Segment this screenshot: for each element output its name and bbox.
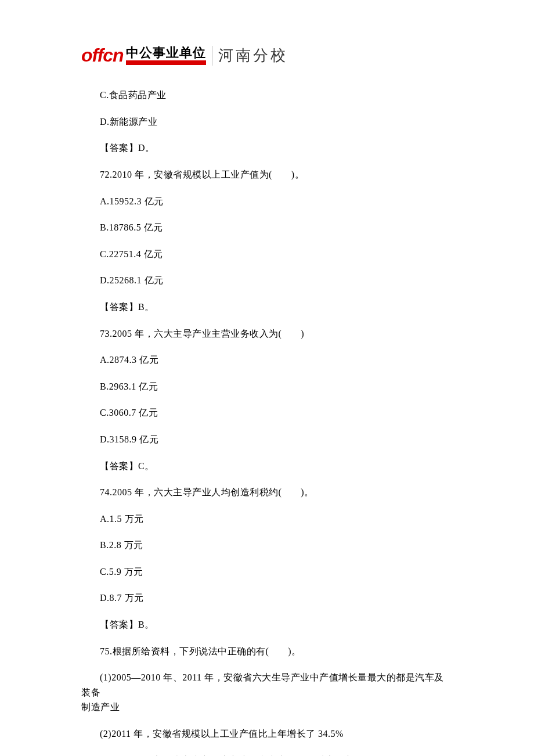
q72-option-b: B.18786.5 亿元 <box>81 220 453 235</box>
answer-71: 【答案】D。 <box>81 141 453 156</box>
q73-option-d: D.3158.9 亿元 <box>81 432 453 447</box>
logo-branch: 河南分校 <box>218 44 288 68</box>
logo-divider <box>212 46 212 66</box>
option-c: C.食品药品产业 <box>81 88 453 103</box>
q74-option-a: A.1.5 万元 <box>81 512 453 527</box>
q75-statement-1b: 制造产业 <box>81 700 453 715</box>
q72-option-a: A.15952.3 亿元 <box>81 194 453 209</box>
q73-option-c: C.3060.7 亿元 <box>81 405 453 420</box>
q73-option-a: A.2874.3 亿元 <box>81 352 453 368</box>
logo-offcn-text: offcn <box>81 41 124 70</box>
q74-option-d: D.8.7 万元 <box>81 591 453 606</box>
q72-option-d: D.25268.1 亿元 <box>81 273 453 288</box>
q74-option-b: B.2.8 万元 <box>81 538 453 553</box>
question-75: 75.根据所给资料，下列说法中正确的有( )。 <box>81 644 453 659</box>
q75-statement-2: (2)2011 年，安徽省规模以上工业产值比上年增长了 34.5% <box>81 726 453 741</box>
q75-statement-3: (3)2011 年，安徽省六大主导产业户均利润高于规模以上工业 <box>81 753 453 756</box>
question-72: 72.2010 年，安徽省规模以上工业产值为( )。 <box>81 167 453 182</box>
answer-74: 【答案】B。 <box>81 617 453 632</box>
q73-option-b: B.2963.1 亿元 <box>81 379 453 394</box>
logo-cn-main: 中公事业单位 <box>126 46 206 59</box>
option-d: D.新能源产业 <box>81 114 453 129</box>
q72-option-c: C.22751.4 亿元 <box>81 247 453 262</box>
logo-cn-sub-bar <box>126 60 206 65</box>
q75-statement-1a: (1)2005—2010 年、2011 年，安徽省六大生导产业中产值增长量最大的… <box>81 670 453 700</box>
document-content: C.食品药品产业 D.新能源产业 【答案】D。 72.2010 年，安徽省规模以… <box>0 88 534 756</box>
question-74: 74.2005 年，六大主导产业人均创造利税约( )。 <box>81 485 453 500</box>
answer-72: 【答案】B。 <box>81 300 453 315</box>
answer-73: 【答案】C。 <box>81 459 453 474</box>
question-73: 73.2005 年，六大主导产业主营业务收入为( ) <box>81 326 453 341</box>
header-logo: offcn 中公事业单位 河南分校 <box>81 41 534 70</box>
q74-option-c: C.5.9 万元 <box>81 564 453 579</box>
logo-cn-block: 中公事业单位 <box>126 46 206 65</box>
